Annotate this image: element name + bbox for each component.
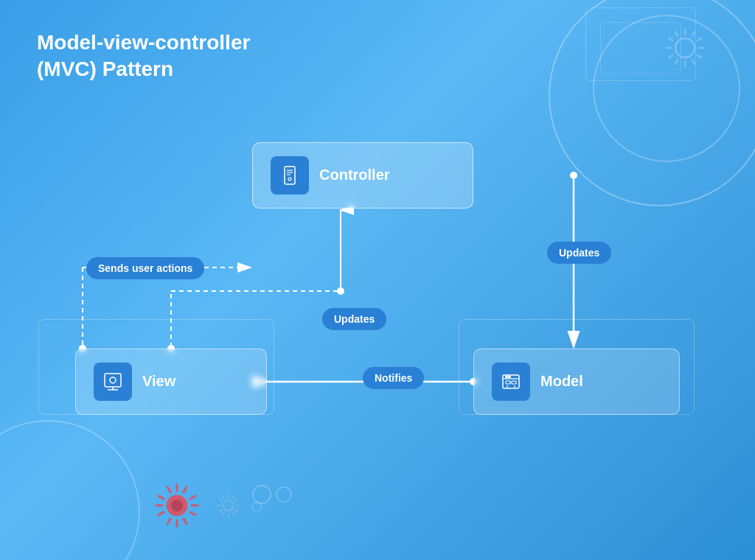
- model-icon-box: [492, 363, 530, 401]
- controller-label: Controller: [319, 167, 390, 183]
- svg-rect-35: [506, 381, 510, 384]
- svg-point-26: [288, 178, 291, 181]
- controller-box: Controller: [252, 142, 473, 209]
- svg-rect-27: [105, 374, 121, 387]
- notifies-label: Notifies: [363, 367, 424, 389]
- page-title: Model-view-controller (MVC) Pattern: [37, 29, 273, 83]
- updates-right-label: Updates: [547, 242, 611, 264]
- controller-icon-box: [271, 156, 309, 195]
- controller-icon: [279, 164, 301, 186]
- updates-view-label: Updates: [322, 308, 386, 330]
- model-box: Model: [473, 349, 680, 415]
- view-box: View: [75, 349, 267, 415]
- svg-point-34: [509, 376, 510, 377]
- svg-rect-22: [285, 167, 295, 184]
- sends-user-actions-label: Sends user actions: [86, 257, 204, 279]
- svg-point-12: [337, 287, 344, 295]
- view-label: View: [142, 373, 175, 390]
- svg-point-28: [110, 377, 116, 383]
- mvc-diagram: Controller View: [46, 120, 709, 459]
- view-icon-box: [94, 363, 132, 401]
- model-icon: [500, 371, 522, 393]
- view-icon: [102, 371, 124, 393]
- main-content: Model-view-controller (MVC) Pattern: [0, 0, 755, 560]
- svg-point-33: [506, 376, 507, 377]
- svg-point-15: [570, 172, 577, 179]
- svg-rect-36: [512, 381, 516, 384]
- model-label: Model: [540, 373, 583, 390]
